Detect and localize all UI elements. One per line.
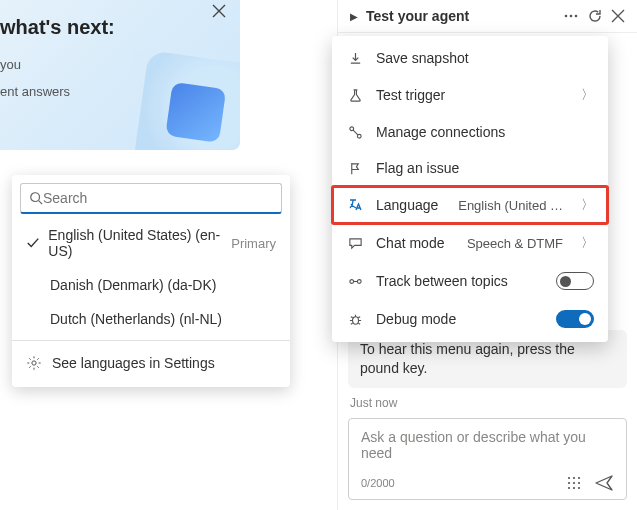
test-agent-menu: Save snapshot Test trigger 〉 Manage conn… xyxy=(332,36,608,342)
menu-language[interactable]: Language English (United … 〉 xyxy=(332,186,608,224)
see-languages-settings[interactable]: See languages in Settings xyxy=(12,345,290,381)
language-search-input[interactable] xyxy=(43,190,273,206)
svg-point-3 xyxy=(565,15,568,18)
track-icon xyxy=(346,274,364,289)
menu-chatmode-value: Speech & DTMF xyxy=(467,236,563,251)
language-picker-popup: English (United States) (en-US) Primary … xyxy=(12,175,290,387)
language-option-label: Dutch (Netherlands) (nl-NL) xyxy=(50,311,222,327)
svg-point-13 xyxy=(578,477,580,479)
language-option[interactable]: Danish (Denmark) (da-DK) xyxy=(12,268,290,302)
svg-point-8 xyxy=(349,279,353,283)
bug-icon xyxy=(346,312,364,327)
hero-illustration xyxy=(132,50,240,150)
svg-point-0 xyxy=(31,193,40,202)
divider xyxy=(12,340,290,341)
flask-icon xyxy=(346,88,364,103)
download-icon xyxy=(346,51,364,66)
language-option[interactable]: English (United States) (en-US) Primary xyxy=(12,218,290,268)
svg-point-7 xyxy=(357,134,361,138)
menu-test-trigger[interactable]: Test trigger 〉 xyxy=(332,76,608,114)
close-icon[interactable] xyxy=(611,9,625,23)
panel-title: Test your agent xyxy=(366,8,555,24)
settings-label: See languages in Settings xyxy=(52,355,215,371)
char-counter: 0/2000 xyxy=(361,477,395,489)
language-option-label: English (United States) (en-US) xyxy=(48,227,223,259)
svg-line-1 xyxy=(39,201,43,205)
menu-manage-connections[interactable]: Manage connections xyxy=(332,114,608,150)
language-primary-badge: Primary xyxy=(231,236,276,251)
svg-point-9 xyxy=(357,279,361,283)
language-option[interactable]: Dutch (Netherlands) (nl-NL) xyxy=(12,302,290,336)
keypad-icon[interactable] xyxy=(562,473,586,493)
menu-save-snapshot[interactable]: Save snapshot xyxy=(332,40,608,76)
connections-icon xyxy=(346,125,364,140)
whats-next-card: what's next: you ent answers xyxy=(0,0,240,150)
menu-language-value: English (United … xyxy=(458,198,563,213)
hero-title: what's next: xyxy=(0,16,220,39)
svg-point-10 xyxy=(352,316,358,324)
svg-point-14 xyxy=(568,482,570,484)
debug-mode-toggle[interactable] xyxy=(556,310,594,328)
more-icon[interactable] xyxy=(563,8,579,24)
menu-chat-mode[interactable]: Chat mode Speech & DTMF 〉 xyxy=(332,224,608,262)
menu-debug-mode[interactable]: Debug mode xyxy=(332,300,608,338)
language-option-label: Danish (Denmark) (da-DK) xyxy=(50,277,216,293)
svg-point-15 xyxy=(573,482,575,484)
svg-point-18 xyxy=(573,487,575,489)
chat-input[interactable]: Ask a question or describe what you need… xyxy=(348,418,627,500)
track-topics-toggle[interactable] xyxy=(556,272,594,290)
menu-flag-issue[interactable]: Flag an issue xyxy=(332,150,608,186)
menu-track-topics[interactable]: Track between topics xyxy=(332,262,608,300)
chevron-right-icon: 〉 xyxy=(581,234,594,252)
search-icon xyxy=(29,191,43,205)
check-icon xyxy=(26,236,40,250)
message-timestamp: Just now xyxy=(350,396,625,410)
svg-point-6 xyxy=(349,126,353,130)
language-search[interactable] xyxy=(20,183,282,214)
caret-right-icon[interactable]: ▶ xyxy=(350,11,358,22)
chevron-right-icon: 〉 xyxy=(581,86,594,104)
language-icon xyxy=(346,197,364,213)
send-icon[interactable] xyxy=(594,473,614,493)
flag-icon xyxy=(346,161,364,176)
svg-point-2 xyxy=(32,361,36,365)
chat-input-placeholder: Ask a question or describe what you need xyxy=(361,429,614,463)
svg-point-4 xyxy=(570,15,573,18)
svg-point-11 xyxy=(568,477,570,479)
chat-icon xyxy=(346,236,364,251)
svg-point-12 xyxy=(573,477,575,479)
svg-point-19 xyxy=(578,487,580,489)
gear-icon xyxy=(26,355,42,371)
svg-point-5 xyxy=(575,15,578,18)
svg-point-17 xyxy=(568,487,570,489)
test-agent-header: ▶ Test your agent xyxy=(338,0,637,33)
svg-point-16 xyxy=(578,482,580,484)
close-icon[interactable] xyxy=(212,4,226,18)
refresh-icon[interactable] xyxy=(587,8,603,24)
chevron-right-icon: 〉 xyxy=(581,196,594,214)
